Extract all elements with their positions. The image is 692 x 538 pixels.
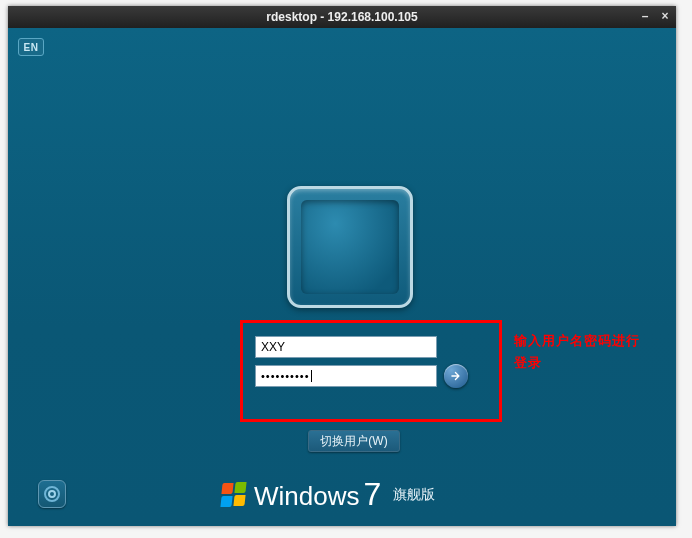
password-masked: •••••••••• bbox=[261, 370, 310, 382]
minimize-button[interactable]: – bbox=[638, 10, 652, 24]
user-picture-frame bbox=[287, 186, 413, 308]
annotation-line2: 登录 bbox=[514, 352, 654, 374]
username-value: XXY bbox=[261, 340, 285, 354]
annotation-text: 输入用户名密码进行 登录 bbox=[514, 330, 654, 374]
close-button[interactable]: × bbox=[658, 10, 672, 24]
password-input[interactable]: •••••••••• bbox=[255, 365, 437, 387]
rdesktop-window: rdesktop - 192.168.100.105 – × EN 输入用户名密… bbox=[8, 6, 676, 526]
ease-of-access-icon bbox=[44, 486, 60, 502]
desktop-root: rdesktop - 192.168.100.105 – × EN 输入用户名密… bbox=[0, 0, 692, 538]
switch-user-button[interactable]: 切换用户(W) bbox=[308, 430, 400, 452]
text-caret bbox=[311, 370, 312, 382]
language-indicator[interactable]: EN bbox=[18, 38, 44, 56]
brand-name: Windows bbox=[254, 481, 359, 512]
username-input[interactable]: XXY bbox=[255, 336, 437, 358]
windows-branding: Windows 7 旗舰版 bbox=[220, 476, 435, 513]
arrow-right-icon bbox=[449, 369, 463, 383]
annotation-line1: 输入用户名密码进行 bbox=[514, 330, 654, 352]
windows-flag-icon bbox=[220, 481, 248, 509]
window-title: rdesktop - 192.168.100.105 bbox=[266, 10, 417, 24]
window-titlebar: rdesktop - 192.168.100.105 – × bbox=[8, 6, 676, 28]
submit-login-button[interactable] bbox=[444, 364, 468, 388]
brand-edition: 旗舰版 bbox=[393, 486, 435, 504]
switch-user-label: 切换用户(W) bbox=[320, 433, 387, 450]
brand-version: 7 bbox=[363, 476, 381, 513]
ease-of-access-button[interactable] bbox=[38, 480, 66, 508]
user-picture bbox=[301, 200, 399, 294]
login-screen: EN 输入用户名密码进行 登录 XXY •••••••••• bbox=[8, 28, 676, 526]
window-controls: – × bbox=[638, 6, 672, 28]
